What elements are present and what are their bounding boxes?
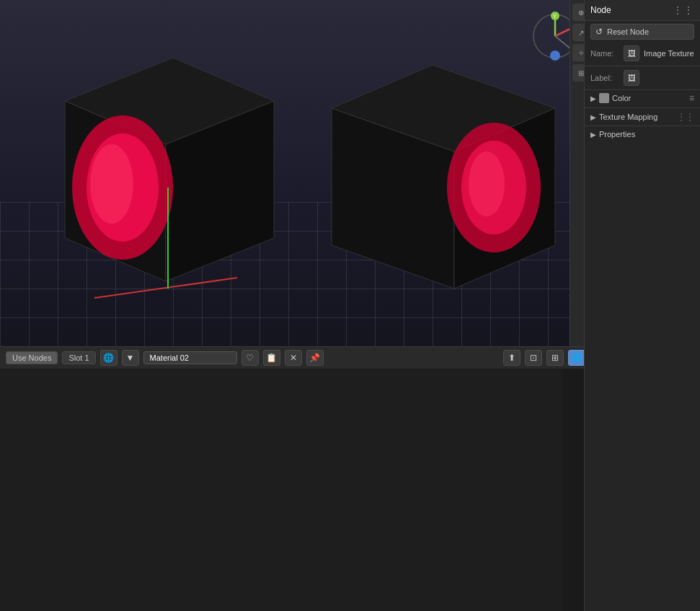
view-up-icon[interactable]: ⬆ bbox=[503, 350, 520, 366]
connection-svg bbox=[0, 369, 562, 611]
slot-selector[interactable]: Slot 1 bbox=[62, 351, 95, 364]
properties-expand-icon: ▶ bbox=[590, 131, 596, 139]
reset-icon: ↺ bbox=[595, 27, 603, 37]
label-icon[interactable]: 🖼 bbox=[624, 70, 639, 86]
color-expand-row: ▶ Color ≡ bbox=[585, 90, 700, 108]
props-panel-title: Node bbox=[590, 5, 611, 15]
name-value: Image Texture bbox=[644, 49, 694, 58]
view-sphere-icon[interactable]: 🌐 bbox=[568, 350, 585, 366]
name-label: Name: bbox=[590, 49, 619, 58]
svg-point-5 bbox=[90, 144, 133, 224]
material-type-icon[interactable]: 🌐 bbox=[100, 350, 118, 366]
name-file-icon[interactable]: 🖼 bbox=[624, 45, 639, 61]
svg-line-19 bbox=[555, 36, 571, 49]
node-editor: 2 ▼ Image 01 Color Alpha 🖼 2 bbox=[0, 369, 562, 611]
texture-mapping-dots: ⋮⋮ bbox=[677, 112, 694, 122]
texture-mapping-label: Texture Mapping bbox=[599, 113, 674, 121]
view-frame-icon[interactable]: ⊡ bbox=[525, 350, 542, 366]
material-name-field[interactable] bbox=[143, 351, 237, 364]
color-list-icon[interactable]: ≡ bbox=[689, 93, 694, 103]
cube-right bbox=[317, 36, 570, 296]
props-panel-dots: ⋮⋮ bbox=[673, 4, 694, 16]
svg-point-20 bbox=[550, 50, 560, 61]
color-expand-icon[interactable]: ▶ bbox=[590, 94, 596, 102]
material-dropdown-icon[interactable]: ▼ bbox=[122, 350, 139, 366]
properties-expand-row[interactable]: ▶ Properties bbox=[585, 126, 700, 142]
viewport-background: Y X bbox=[0, 0, 591, 346]
material-pin-icon[interactable]: 📌 bbox=[306, 350, 324, 366]
material-bar: Use Nodes Slot 1 🌐 ▼ ♡ 📋 ✕ 📌 ⬆ ⊡ ⊞ 🌐 bbox=[0, 346, 591, 369]
reset-label: Reset Node bbox=[607, 27, 649, 36]
props-panel-header: Node ⋮⋮ bbox=[585, 0, 700, 21]
texture-mapping-row[interactable]: ▶ Texture Mapping ⋮⋮ bbox=[585, 108, 700, 126]
cube-left bbox=[29, 43, 296, 289]
svg-text:Y: Y bbox=[553, 14, 557, 19]
view-grid-icon[interactable]: ⊞ bbox=[546, 350, 564, 366]
material-copy-icon[interactable]: 📋 bbox=[263, 350, 280, 366]
material-close-icon[interactable]: ✕ bbox=[285, 350, 302, 366]
svg-point-11 bbox=[469, 151, 505, 216]
reset-row: ↺ Reset Node bbox=[585, 21, 700, 43]
label-label: Label: bbox=[590, 74, 619, 82]
properties-expand-label: Properties bbox=[599, 130, 694, 139]
color-expand-label: Color bbox=[612, 94, 686, 102]
texture-mapping-expand-icon: ▶ bbox=[590, 113, 596, 121]
use-nodes-button[interactable]: Use Nodes bbox=[6, 351, 58, 364]
name-row: Name: 🖼 Image Texture bbox=[585, 43, 700, 66]
viewport: Y X ⊕ ↗ ✧ ⊞ bbox=[0, 0, 591, 346]
label-row: Label: 🖼 bbox=[585, 66, 700, 90]
material-heart-icon[interactable]: ♡ bbox=[242, 350, 259, 366]
color-swatch bbox=[599, 93, 609, 103]
reset-node-button[interactable]: ↺ Reset Node bbox=[590, 24, 694, 40]
properties-panel: Node ⋮⋮ ↺ Reset Node Name: 🖼 Image Textu… bbox=[584, 0, 700, 611]
axis-y bbox=[167, 188, 169, 289]
